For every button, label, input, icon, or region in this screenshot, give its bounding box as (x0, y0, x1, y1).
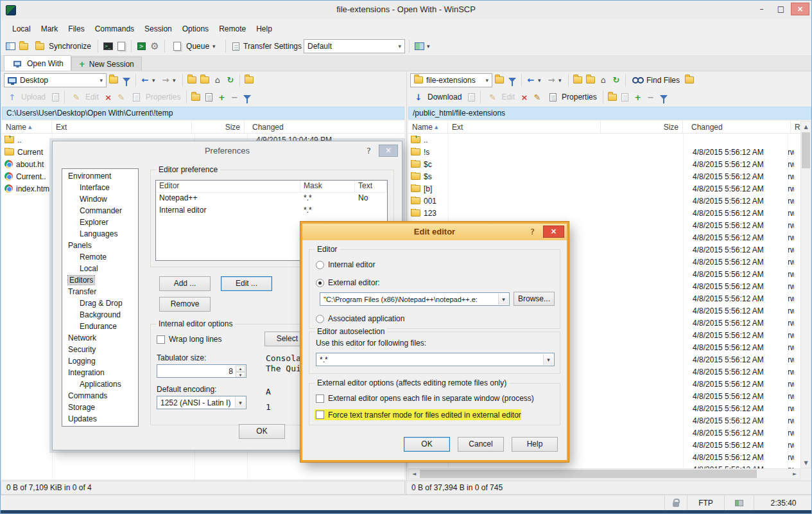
preferences-tree-item[interactable]: Explorer (62, 217, 138, 228)
left-new-file-icon[interactable] (203, 91, 214, 103)
right-back-dropdown-icon[interactable]: ▾ (538, 77, 544, 84)
preferences-tree-item[interactable]: Remote (62, 251, 138, 263)
right-new-folder-icon[interactable] (607, 91, 618, 103)
file-row[interactable]: [b] 4/8/2015 5:56:12 AM rw (408, 182, 800, 195)
preferences-tree-item[interactable]: Transfer (62, 286, 138, 297)
separate-window-checkbox[interactable]: External editor opens each file in separ… (316, 394, 534, 403)
file-row[interactable]: 001 4/8/2015 5:56:12 AM rw (408, 195, 800, 207)
close-button[interactable]: × (791, 3, 809, 15)
preferences-tree-item[interactable]: Logging (62, 355, 138, 367)
session-color-dropdown-icon[interactable]: ▾ (427, 43, 433, 49)
scrollbar-thumb[interactable] (802, 132, 810, 168)
encryption-status[interactable] (664, 495, 687, 510)
left-edit-alt-icon[interactable]: ✎ (116, 91, 127, 103)
external-editor-path-combo[interactable]: "C:\Program Files (x86)\Notepad++\notepa… (320, 292, 510, 306)
left-filter-icon[interactable] (121, 75, 132, 86)
menu-item[interactable]: Commands (90, 22, 139, 36)
session-toggle[interactable] (724, 495, 754, 510)
editor-table-row[interactable]: Internal editor *.* (156, 205, 387, 217)
file-mask-select[interactable]: *.* ▾ (316, 353, 555, 366)
menu-item[interactable]: Local (7, 22, 36, 36)
close-icon[interactable]: × (379, 145, 398, 157)
scroll-down-icon[interactable]: ▼ (801, 457, 811, 468)
right-filter-icon[interactable] (506, 75, 518, 86)
preferences-tree-item[interactable]: Interface (62, 182, 138, 193)
right-home-directory-icon[interactable]: ⌂ (598, 75, 609, 86)
left-add-bookmark-icon[interactable] (243, 75, 255, 86)
left-back-icon[interactable]: ← (139, 75, 151, 86)
left-edit-button[interactable]: ✎ Edit (68, 89, 101, 105)
left-col-ext[interactable]: Ext (52, 121, 192, 133)
left-directory-combo[interactable]: Desktop ▾ (4, 73, 107, 87)
right-edit-button[interactable]: ✎ Edit (484, 89, 517, 105)
left-new-folder-icon[interactable] (190, 91, 202, 103)
file-row[interactable]: 4/8/2015 5:56:12 AM rw (408, 463, 800, 468)
minimize-button[interactable]: – (752, 3, 771, 15)
console-icon[interactable]: >_ (102, 40, 114, 52)
left-path-bar[interactable]: C:\Users\User\Desktop\Open With\Current\… (2, 107, 404, 120)
tab-open-with[interactable]: Open With (4, 55, 71, 71)
scrollbar-thumb[interactable] (420, 470, 757, 478)
editor-table-row[interactable]: Notepad++ *.* No (156, 193, 387, 205)
right-col-ext[interactable]: Ext (448, 121, 601, 133)
preferences-tree-item[interactable]: Commands (62, 390, 138, 402)
upload-button[interactable]: ↑ Upload (4, 89, 48, 105)
menu-item[interactable]: Options (177, 22, 214, 36)
force-text-transfer-checkbox[interactable]: Force text transfer mode for files edite… (315, 409, 521, 420)
preferences-tree-item[interactable]: Network (62, 332, 138, 344)
tabulator-size-stepper[interactable]: 8 ▴ ▾ (157, 364, 246, 378)
right-root-directory-icon[interactable] (585, 75, 596, 86)
right-copy-icon[interactable] (465, 91, 477, 103)
left-forward-dropdown-icon[interactable]: ▾ (173, 77, 179, 84)
right-horizontal-scrollbar[interactable]: ◄ ► (408, 468, 800, 479)
left-copy-icon[interactable] (49, 91, 61, 103)
help-icon[interactable]: ? (367, 146, 371, 155)
file-row[interactable]: $s 4/8/2015 5:56:12 AM rw (408, 170, 800, 182)
browse-button[interactable]: Browse... (514, 292, 555, 306)
left-delete-icon[interactable]: × (103, 91, 114, 103)
menu-item[interactable]: Help (251, 22, 277, 36)
menu-item[interactable]: Mark (36, 22, 64, 36)
tab-new-session[interactable]: + New Session (71, 57, 142, 71)
left-parent-directory-icon[interactable] (186, 75, 198, 86)
spin-down-icon[interactable]: ▾ (236, 372, 245, 378)
help-icon[interactable]: ? (530, 227, 535, 236)
left-home-directory-icon[interactable]: ⌂ (212, 75, 223, 86)
right-delete-icon[interactable]: × (519, 91, 530, 103)
scroll-left-icon[interactable]: ◄ (409, 469, 419, 479)
right-forward-dropdown-icon[interactable]: ▾ (558, 77, 565, 84)
right-col-size[interactable]: Size (601, 121, 683, 133)
preferences-tree-item[interactable]: Window (62, 193, 138, 205)
transfer-preset-combo[interactable]: Default ▾ (304, 39, 405, 53)
preferences-tree-item[interactable]: Background (62, 309, 138, 321)
right-directory-combo[interactable]: file-extensions ▾ (410, 73, 492, 87)
left-open-directory-icon[interactable] (108, 75, 119, 86)
internal-editor-radio[interactable]: Internal editor (316, 260, 375, 269)
commander-layout-icon[interactable] (4, 40, 16, 52)
associated-application-radio[interactable]: Associated application (316, 314, 404, 323)
preferences-tree-item[interactable]: Local (62, 263, 138, 274)
right-properties-button[interactable]: Properties (544, 89, 600, 105)
sync-browsing-icon[interactable] (18, 40, 30, 52)
left-add-icon[interactable]: + (216, 91, 227, 103)
right-parent-directory-icon[interactable] (572, 75, 583, 86)
close-icon[interactable]: × (543, 226, 564, 238)
left-remove-icon[interactable]: − (229, 91, 240, 103)
preferences-tree-item[interactable]: Integration (62, 367, 138, 378)
preferences-tree-item[interactable]: Storage (62, 402, 138, 413)
transfer-mode-icon[interactable] (116, 40, 127, 52)
preferences-gear-icon[interactable]: ⚙ (149, 40, 160, 52)
add-button[interactable]: Add ... (159, 276, 211, 291)
left-root-directory-icon[interactable] (199, 75, 211, 86)
right-refresh-icon[interactable]: ↻ (610, 75, 622, 86)
scroll-up-icon[interactable]: ▲ (801, 121, 811, 132)
preferences-tree-item[interactable]: Languages (62, 228, 138, 240)
external-editor-radio[interactable]: External editor: (316, 278, 380, 287)
right-path-bar[interactable]: /public_html/file-extensions (408, 107, 811, 120)
right-col-changed[interactable]: Changed (683, 121, 791, 133)
preferences-tree-item[interactable]: Updates (62, 413, 138, 425)
right-forward-icon[interactable]: → (546, 75, 557, 86)
preferences-tree-item[interactable]: Endurance (62, 321, 138, 332)
download-button[interactable]: ↓ Download (410, 89, 464, 105)
wrap-long-lines-option[interactable]: Wrap long lines (157, 335, 222, 344)
